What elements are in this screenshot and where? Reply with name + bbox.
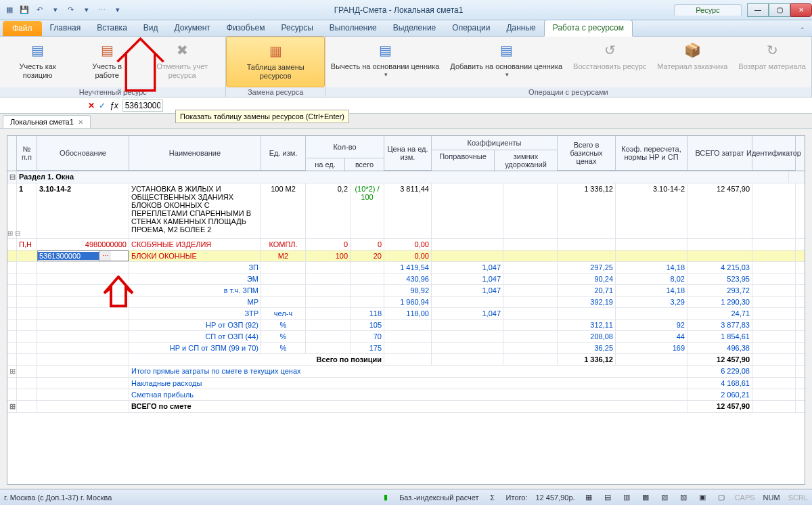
close-button[interactable]: ✕ [790, 3, 812, 17]
formula-bar: ✕ ✓ ƒx [0, 97, 812, 114]
chevron-down-icon: ▾ [505, 71, 509, 79]
app-title: ГРАНД-Смета - Локальная смета1 [123, 5, 674, 15]
tab-insert[interactable]: Вставка [89, 20, 135, 36]
tab-document[interactable]: Документ [166, 20, 219, 36]
view-icon[interactable]: ▩ [640, 492, 651, 503]
scrl-indicator: SCRL [788, 493, 808, 502]
fx-icon[interactable]: ƒx [110, 101, 118, 110]
calc-row[interactable]: НР от ОЗП (92) % 105 312,11 92 3 877,83 [7, 320, 805, 331]
minimize-button[interactable]: — [747, 3, 769, 17]
quick-access-toolbar: ▦ 💾 ↶ ▾ ↷ ▾ ⋯ ▾ [0, 5, 123, 16]
new-icon[interactable]: ▦ [4, 5, 15, 16]
summary-row[interactable]: Сметная прибыль2 060,21 [7, 389, 805, 401]
data-grid[interactable]: № п.п Обоснование Наименование Ед. изм. … [7, 135, 805, 485]
grid-body[interactable]: ⊟ Раздел 1. Окна 1 3.10-14-2 УСТАНОВКА В… [7, 171, 805, 413]
calc-row[interactable]: ЭМ 430,96 1,047 90,24 8,02 523,95 [7, 273, 805, 285]
calc-row[interactable]: НР и СП от ЗПМ (99 и 70) % 175 36,25 169… [7, 343, 805, 354]
group-label: Неучтенный ресурс [0, 87, 225, 97]
caps-indicator: CAPS [735, 493, 755, 502]
plus-list-icon: ▤ [495, 39, 517, 61]
tab-selection[interactable]: Выделение [385, 20, 445, 36]
total-row[interactable]: Всего по позиции 1 336,12 12 457,90 [7, 354, 805, 366]
btn-in-work[interactable]: ▤Учесть в работе [75, 37, 139, 87]
cancel-icon[interactable]: ✕ [88, 101, 95, 110]
ellipsis-button[interactable]: ⋯ [99, 251, 111, 261]
flag-icon: ▮ [380, 492, 391, 503]
grand-total-row[interactable]: ⊞ВСЕГО по смете12 457,90 [7, 401, 805, 413]
accept-icon[interactable]: ✓ [99, 101, 106, 110]
code-input[interactable] [38, 252, 99, 260]
tab-operations[interactable]: Операции [444, 20, 498, 36]
tab-physvol[interactable]: Физобъем [219, 20, 273, 36]
calc-row[interactable]: МР 1 960,94 392,19 3,29 1 290,30 [7, 297, 805, 308]
view-icon[interactable]: ▣ [697, 492, 708, 503]
title-bar: ▦ 💾 ↶ ▾ ↷ ▾ ⋯ ▾ ГРАНД-Смета - Локальная … [0, 0, 812, 20]
view-icon[interactable]: ▤ [602, 492, 613, 503]
document-tabs: Локальная смета1 ✕ [0, 114, 812, 129]
list-icon: ▤ [27, 39, 49, 61]
tooltip: Показать таблицу замены ресурсов (Ctrl+E… [175, 110, 349, 123]
chevron-down-icon[interactable]: ▾ [112, 5, 123, 16]
ribbon-tabs: Файл Главная Вставка Вид Документ Физобъ… [0, 20, 812, 37]
btn-replace-table[interactable]: ▦Таблица замены ресурсов [226, 37, 324, 87]
summary-row[interactable]: ⊞Итого прямые затраты по смете в текущих… [7, 366, 805, 378]
status-total-label: Итого: [506, 493, 528, 502]
section-row[interactable]: ⊟ Раздел 1. Окна [7, 171, 805, 183]
btn-as-position[interactable]: ▤Учесть как позицию [0, 37, 75, 87]
expand-icon[interactable]: ⊞ ⊟ [7, 229, 20, 237]
restore-icon: ↺ [599, 39, 621, 61]
formula-input[interactable] [122, 100, 163, 112]
position-row[interactable]: 1 3.10-14-2 УСТАНОВКА В ЖИЛЫХ И ОБЩЕСТВЕ… [7, 183, 805, 239]
code-input-box[interactable]: ⋯ [37, 250, 129, 261]
btn-return-material: ↻Возврат материала [733, 37, 811, 87]
context-tab-group: Ресурс [674, 4, 742, 16]
chevron-down-icon[interactable]: ▾ [50, 5, 61, 16]
summary-row[interactable]: Накладные расходы4 168,61 [7, 378, 805, 389]
resource-row[interactable]: П,Н 4980000000 СКОБЯНЫЕ ИЗДЕЛИЯ КОМПЛ. 0… [7, 239, 805, 250]
ribbon: ▤Учесть как позицию ▤Учесть в работе ✖От… [0, 37, 812, 97]
view-icon[interactable]: ▧ [659, 492, 670, 503]
qat-more-icon[interactable]: ⋯ [96, 5, 107, 16]
btn-add[interactable]: ▤Добавить на основании ценника▾ [445, 37, 568, 87]
status-base: г. Москва (с Доп.1-37) г. Москва [4, 493, 112, 502]
resource-row-selected[interactable]: ⋯ БЛОКИ ОКОННЫЕ М2 100 20 0,00 [7, 250, 805, 262]
view-icon[interactable]: ▥ [621, 492, 632, 503]
view-icon[interactable]: ▢ [716, 492, 727, 503]
close-icon[interactable]: ✕ [78, 118, 83, 126]
tab-main[interactable]: Главная [42, 20, 89, 36]
tab-execution[interactable]: Выполнение [321, 20, 385, 36]
chevron-down-icon[interactable]: ▾ [81, 5, 92, 16]
document-tab[interactable]: Локальная смета1 ✕ [3, 115, 91, 128]
tab-resources[interactable]: Ресурсы [273, 20, 321, 36]
status-total: 12 457,90р. [536, 493, 575, 502]
num-indicator: NUM [763, 493, 780, 502]
redo-icon[interactable]: ↷ [65, 5, 76, 16]
document-tab-label: Локальная смета1 [10, 118, 74, 126]
list-icon: ▤ [96, 39, 118, 61]
status-mode[interactable]: Баз.-индексный расчет [399, 493, 478, 502]
undo-icon[interactable]: ↶ [34, 5, 45, 16]
btn-subtract[interactable]: ▤Вычесть на основании ценника▾ [325, 37, 445, 87]
minus-list-icon: ▤ [374, 39, 396, 61]
sigma-icon: Σ [487, 492, 498, 503]
status-bar: г. Москва (с Доп.1-37) г. Москва ▮ Баз.-… [0, 489, 812, 505]
view-icon[interactable]: ▦ [583, 492, 594, 503]
collapse-ribbon-icon[interactable]: ⌃ [793, 26, 812, 36]
box-icon: 📦 [681, 39, 703, 61]
group-label: Операции с ресурсами [325, 87, 811, 97]
calc-row[interactable]: ЗП 1 419,54 1,047 297,25 14,18 4 215,03 [7, 262, 805, 273]
return-icon: ↻ [761, 39, 783, 61]
view-icon[interactable]: ▨ [678, 492, 689, 503]
tab-view[interactable]: Вид [135, 20, 166, 36]
tab-file[interactable]: Файл [3, 21, 42, 36]
tab-work-with-resource[interactable]: Работа с ресурсом [544, 20, 633, 37]
collapse-icon[interactable]: ⊟ [7, 171, 17, 183]
btn-restore: ↺Восстановить ресурс [568, 37, 652, 87]
calc-row[interactable]: ЗТР чел-ч 118 118,00 1,047 24,71 [7, 308, 805, 320]
save-icon[interactable]: 💾 [19, 5, 30, 16]
btn-undo-account: ✖Отменить учет ресурса [139, 37, 225, 87]
maximize-button[interactable]: ▢ [769, 3, 790, 17]
calc-row[interactable]: в т.ч. ЗПМ 98,92 1,047 20,71 14,18 293,7… [7, 285, 805, 297]
calc-row[interactable]: СП от ОЗП (44) % 70 208,08 44 1 854,61 [7, 331, 805, 343]
tab-data[interactable]: Данные [498, 20, 543, 36]
